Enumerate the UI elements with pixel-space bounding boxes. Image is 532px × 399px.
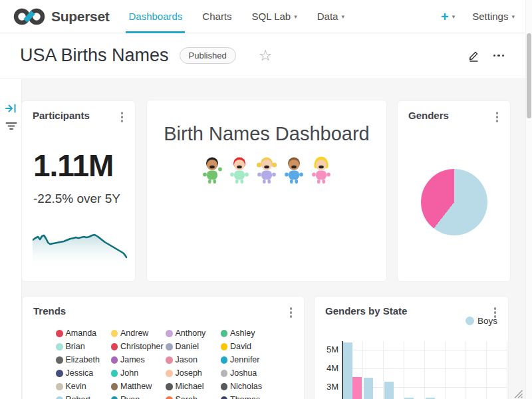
legend-item[interactable]: Ashley [221,329,276,338]
scrollbar-thumb[interactable] [527,33,531,118]
header-actions [467,49,513,62]
legend-item[interactable]: Ryan [111,396,166,399]
caret-down-icon: ▾ [341,13,344,20]
legend-item[interactable]: Thomas [221,396,276,399]
favorite-star-icon[interactable]: ☆ [259,48,273,63]
kebab-menu-icon[interactable] [289,305,294,320]
legend-dot [111,396,118,399]
legend-item[interactable]: Joshua [221,369,276,378]
legend-dot [56,330,63,337]
legend-item[interactable]: James [111,356,166,365]
legend-item[interactable]: Jessica [56,369,111,378]
legend-item[interactable]: Brian [56,342,111,352]
genders-pie-chart[interactable] [421,169,487,235]
legend-item[interactable]: Joseph [166,369,221,378]
superset-logo-icon [12,7,47,27]
bar-boys[interactable] [364,378,373,399]
legend-label: Brian [66,342,85,351]
gridline [466,341,466,399]
gridline [445,341,446,399]
caret-down-icon: ▾ [294,13,297,20]
nav-item-sql-lab[interactable]: SQL Lab ▾ [242,0,307,33]
superset-brand[interactable]: Superset [12,7,109,27]
legend-item[interactable]: John [111,369,166,378]
nav-items: Dashboards Charts SQL Lab ▾ Data ▾ [118,0,354,33]
nav-item-charts[interactable]: Charts [192,0,241,33]
bar-girls[interactable] [352,377,362,399]
legend-item[interactable]: Michael [166,382,221,392]
legend-dot [221,343,228,350]
legend-dot [56,383,63,390]
legend-item[interactable]: Amanda [56,329,111,338]
resize-handle-icon[interactable] [514,390,523,398]
kids-illustration [147,156,386,185]
legend-dot [111,383,118,390]
dashboard-header: USA Births Names Published ☆ [0,33,532,78]
trendline-sparkline-chart[interactable] [33,231,127,267]
kid-icon [227,156,251,185]
legend-item[interactable]: Elizabeth [56,356,111,365]
legend-dot [111,356,118,364]
markdown-heading: Birth Names Dashboard [147,123,386,145]
plus-icon: + [441,10,449,23]
expand-filter-bar-icon[interactable] [5,104,17,113]
scrollbar-track[interactable] [525,0,532,399]
legend-label: Ashley [230,329,255,338]
legend-dot [166,356,173,364]
genders-by-state-bar-chart[interactable]: 5M4M3M [315,297,508,399]
new-item-button[interactable]: + ▾ [441,10,455,23]
legend-label: Ryan [120,395,140,399]
legend-dot [221,356,228,364]
legend-item[interactable]: Christopher [111,342,166,352]
genders-card: Genders [397,100,511,282]
gridline [424,341,425,399]
caret-down-icon: ▾ [511,13,515,20]
legend-item[interactable]: Sarah [166,396,221,399]
superset-dashboard-page: { "app": { "brand": "Superset" }, "nav":… [0,0,532,399]
nav-item-data[interactable]: Data ▾ [307,0,354,33]
dashboard-title: USA Births Names [20,45,169,66]
trends-legend: AmandaAndrewAnthonyAshleyBrianChristophe… [56,329,304,399]
gridline [507,341,507,399]
bar-boys[interactable] [343,342,352,399]
trends-card: Trends AmandaAndrewAnthonyAshleyBrianChr… [22,296,305,399]
y-axis-tick: 5M [315,344,338,354]
legend-label: John [120,368,138,378]
filter-icon[interactable] [5,122,17,131]
kebab-menu-icon[interactable] [495,110,500,124]
legend-item[interactable]: Robert [56,396,111,399]
collapsed-filter-bar [0,79,22,399]
legend-item[interactable]: Nicholas [221,382,276,392]
legend-dot [221,370,228,377]
legend-item[interactable]: Kevin [56,382,111,392]
legend-dot [111,343,118,350]
edit-pencil-icon[interactable] [467,49,480,62]
gridline [342,350,507,350]
gridline [362,341,363,399]
kebab-menu-icon[interactable] [120,110,125,124]
legend-label: Joseph [176,368,202,378]
legend-item[interactable]: David [221,342,276,352]
bar-boys[interactable] [384,382,394,399]
legend-item[interactable]: Jennifer [221,356,276,365]
participants-card: Participants 1.11M -22.5% over 5Y [21,100,136,282]
legend-item[interactable]: Andrew [111,329,166,338]
published-badge[interactable]: Published [180,47,236,64]
legend-item[interactable]: Matthew [111,382,166,392]
settings-menu[interactable]: Settings ▾ [472,11,515,22]
legend-label: Jason [176,355,198,364]
legend-dot [111,370,118,377]
legend-dot [221,383,228,390]
nav-item-dashboards[interactable]: Dashboards [118,0,192,33]
more-options-icon[interactable] [493,52,505,60]
legend-item[interactable]: Anthony [166,329,221,338]
legend-dot [166,383,173,390]
kid-icon [282,156,306,185]
legend-item[interactable]: Daniel [166,342,221,352]
legend-label: Robert [66,395,91,399]
legend-dot [166,343,173,350]
nav-right: + ▾ Settings ▾ [441,10,532,23]
legend-label: Elizabeth [66,355,100,364]
legend-item[interactable]: Jason [166,356,221,365]
legend-dot [56,370,63,377]
